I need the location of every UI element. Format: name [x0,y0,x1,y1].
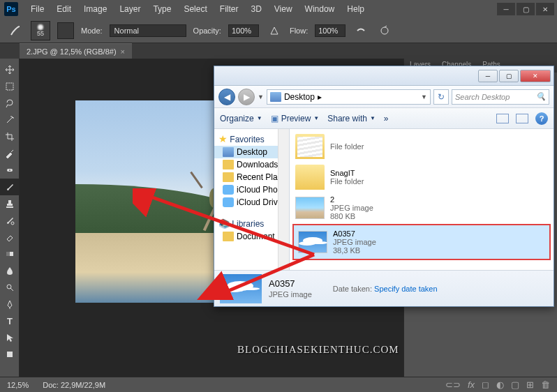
toolbox: T [0,59,20,377]
file-size: 880 KB [330,212,373,220]
options-bar: 55 Mode: Normal Opacity: 100% Flow: 100% [0,18,557,43]
pen-tool[interactable] [0,296,20,312]
explorer-maximize-button[interactable]: ▢ [499,70,519,82]
brush-tool[interactable] [0,179,20,195]
explorer-titlebar[interactable]: ─ ▢ ✕ [214,66,554,86]
status-folder-icon[interactable]: ▢ [511,379,519,390]
file-item-snagit[interactable]: SnagIT File folder [292,163,551,192]
more-menu[interactable]: » [384,114,389,123]
explorer-close-button[interactable]: ✕ [520,70,551,82]
type-tool[interactable]: T [0,312,20,329]
brush-preview[interactable]: 55 [31,21,50,40]
pressure-opacity-icon[interactable] [266,22,283,39]
status-adjust-icon[interactable]: ◐ [496,379,504,390]
breadcrumb-arrow-icon[interactable]: ▸ [318,92,322,102]
wand-tool[interactable] [0,112,20,128]
explorer-body: ★ Favorites Desktop Downloads Recent Pla… [214,129,554,270]
search-box[interactable]: Search Desktop 🔍 [452,89,549,105]
details-date-link[interactable]: Specify date taken [374,285,438,293]
history-brush-tool[interactable] [0,212,20,229]
view-options-icon[interactable] [496,114,509,123]
status-mask-icon[interactable]: ◻ [482,379,489,390]
menu-view[interactable]: View [269,2,298,16]
details-pane: A0357 JPEG image Date taken: Specify dat… [214,270,554,306]
details-name: A0357 [269,278,312,289]
dodge-tool[interactable] [0,279,20,296]
lasso-tool[interactable] [0,95,20,112]
breadcrumb[interactable]: Desktop ▸ ▼ [267,89,431,105]
menu-filter[interactable]: Filter [214,2,244,16]
explorer-minimize-button[interactable]: ─ [478,70,498,82]
menu-type[interactable]: Type [147,2,177,16]
preview-pane-icon[interactable] [516,114,528,123]
flow-input[interactable]: 100% [315,24,346,37]
menu-layer[interactable]: Layer [114,2,146,16]
tool-preset-icon[interactable] [7,22,24,39]
menu-select[interactable]: Select [178,2,212,16]
help-icon[interactable]: ? [535,112,548,125]
file-type: JPEG image [330,204,373,212]
doc-icon [223,232,234,241]
file-item-folder[interactable]: File folder [292,132,551,161]
organize-menu[interactable]: Organize ▼ [220,114,262,123]
move-tool[interactable] [0,61,20,78]
status-doc: Doc: 22,9M/22,9M [43,381,105,389]
cloud-icon [223,197,234,207]
menu-help[interactable]: Help [341,2,370,16]
svg-point-3 [11,222,14,225]
tab-close-icon[interactable]: × [121,47,125,56]
file-item-2jpg[interactable]: 2 JPEG image 880 KB [292,193,551,223]
details-date-label: Date taken: [333,285,372,293]
marquee-tool[interactable] [0,78,20,95]
close-button[interactable]: ✕ [536,3,554,15]
star-icon: ★ [218,133,228,144]
pressure-size-icon[interactable] [376,22,393,39]
airbrush-icon[interactable] [352,22,369,39]
blend-mode-select[interactable]: Normal [110,24,186,37]
shape-tool[interactable] [0,346,20,363]
menu-edit[interactable]: Edit [51,2,77,16]
status-fx-icon[interactable]: fx [468,379,475,390]
libraries-icon: 📚 [218,218,230,229]
status-new-icon[interactable]: ⊞ [526,379,534,390]
image-icon [298,231,327,253]
file-item-a0357[interactable]: A0357 JPEG image 38,3 KB [292,224,551,260]
menu-file[interactable]: File [25,2,50,16]
opacity-label: Opacity: [193,27,221,35]
eraser-tool[interactable] [0,229,20,246]
stamp-tool[interactable] [0,195,20,212]
menu-image[interactable]: Image [78,2,112,16]
document-tab[interactable]: 2.JPG @ 12,5% (RGB/8#) × [20,43,132,59]
opacity-input[interactable]: 100% [228,24,259,37]
status-trash-icon[interactable]: 🗑 [541,379,550,390]
blur-tool[interactable] [0,262,20,279]
file-type: JPEG image [333,238,376,246]
file-list[interactable]: File folder SnagIT File folder 2 JPEG im… [290,129,554,270]
cloud-icon [223,185,234,195]
minimize-button[interactable]: ─ [497,3,515,15]
file-size: 38,3 KB [333,246,376,255]
nav-back-button[interactable]: ◀ [218,89,235,105]
nav-forward-button[interactable]: ▶ [238,89,255,105]
search-icon: 🔍 [536,92,546,101]
crop-tool[interactable] [0,128,20,145]
gradient-tool[interactable] [0,246,20,262]
path-select-tool[interactable] [0,329,20,346]
eyedropper-tool[interactable] [0,145,20,162]
preview-menu[interactable]: ▣ Preview ▼ [271,114,320,123]
nav-history-dropdown[interactable]: ▼ [258,93,264,100]
menu-3d[interactable]: 3D [245,2,267,16]
mode-label: Mode: [81,27,103,35]
status-zoom[interactable]: 12,5% [7,381,29,389]
menu-window[interactable]: Window [299,2,341,16]
details-thumbnail [220,274,262,303]
maximize-button[interactable]: ▢ [517,3,535,15]
file-type: File folder [330,177,364,186]
share-menu[interactable]: Share with ▼ [327,114,376,123]
brush-panel-toggle[interactable] [57,22,74,39]
breadcrumb-dropdown-icon[interactable]: ▼ [421,93,427,100]
tree-scrollbar[interactable] [278,129,289,270]
status-link-icon[interactable]: ⊂⊃ [445,379,461,390]
heal-tool[interactable] [0,162,20,179]
refresh-button[interactable]: ↻ [433,89,449,105]
